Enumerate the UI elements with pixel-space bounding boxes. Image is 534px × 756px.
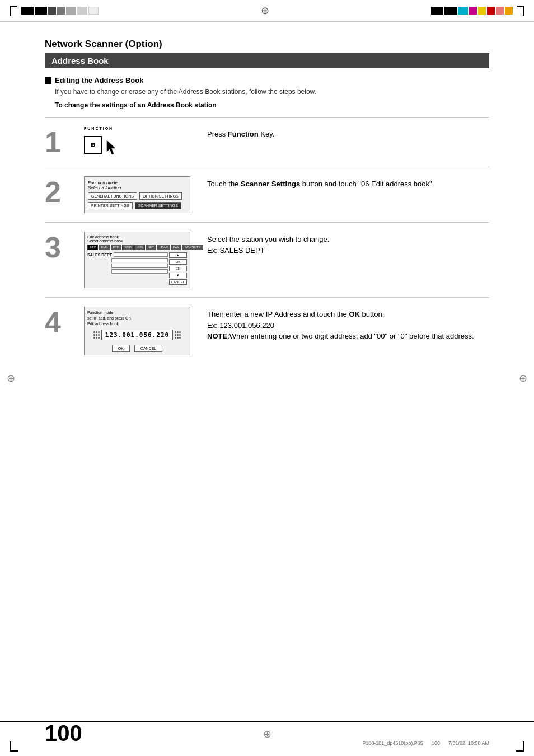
dot — [177, 337, 179, 339]
dot-row-2 — [93, 334, 100, 336]
color-block-7 — [88, 7, 99, 15]
step-4-note-label: NOTE — [207, 332, 227, 340]
dot — [179, 337, 181, 339]
color-block-r1 — [431, 7, 443, 15]
tab-smb: SMB — [122, 245, 134, 250]
ip-address-value: 123.001.056.220 — [101, 330, 173, 340]
tab-favorite: FAVORITE — [182, 245, 203, 250]
color-block-r8 — [505, 7, 513, 15]
left-crosshair: ⊕ — [7, 372, 15, 384]
step-1-number: 1 — [45, 126, 73, 157]
dot — [177, 334, 179, 336]
step-4-example: Ex: 123.001.056.220 — [207, 321, 274, 330]
color-block-r6 — [487, 7, 495, 15]
dot — [175, 334, 176, 336]
dot-row-3 — [93, 337, 100, 339]
color-blocks-left — [21, 7, 99, 15]
list-row-2 — [87, 258, 168, 262]
tab-eml: EML — [99, 245, 110, 250]
cursor-graphic — [104, 139, 121, 158]
step-3-number: 3 — [45, 232, 73, 262]
step-3-desc: Select the station you wish to change. E… — [207, 232, 489, 256]
top-left-decoration — [10, 6, 99, 16]
step-4-ok-bold: OK — [349, 310, 360, 318]
dot-row-r3 — [175, 337, 181, 339]
screen-2-buttons: GENERAL FUNCTIONS OPTION SETTINGS PRINTE… — [88, 192, 186, 209]
top-right-bracket — [517, 6, 524, 16]
dot-row-r1 — [175, 331, 181, 333]
color-blocks-right — [431, 7, 513, 15]
step-4-screen: Function mode set IP add. and press OK E… — [84, 307, 190, 355]
color-block-r7 — [496, 7, 504, 15]
scroll-down-btn: ▼ — [169, 273, 187, 278]
bottom-left-bracket — [10, 741, 18, 752]
step-1-image: FUNCTION ⊞ — [84, 126, 196, 158]
color-block-r2 — [444, 7, 457, 15]
step-2-image: Function modeSelect a function GENERAL F… — [84, 176, 196, 213]
right-crosshair: ⊕ — [519, 372, 527, 384]
side-buttons: ▲ OK ED ▼ CANCEL — [169, 252, 187, 285]
function-key-wrapper: FUNCTION ⊞ — [84, 126, 196, 158]
dot-row-r2 — [175, 334, 181, 336]
dot — [93, 337, 95, 339]
step-4-number: 4 — [45, 307, 73, 337]
bottom-crosshair: ⊕ — [263, 728, 271, 740]
color-block-r3 — [458, 7, 468, 15]
tab-nft: NFT — [146, 245, 157, 250]
color-block-r4 — [469, 7, 477, 15]
empty-bar-1 — [111, 258, 168, 262]
tab-fax2: FAX — [171, 245, 181, 250]
step-1-key-row: ⊞ — [84, 132, 121, 158]
list-area: SALES DEPT — [87, 252, 187, 285]
top-right-decoration — [431, 6, 524, 16]
step-2: 2 Function modeSelect a function GENERAL… — [45, 167, 489, 222]
scanner-settings-btn: SCANNER SETTINGS — [135, 202, 181, 209]
dot — [93, 331, 95, 333]
cancel-button-screen: CANCEL — [134, 345, 162, 352]
tab-fax: FAX — [87, 245, 98, 250]
step-3-image: Edit address bookSelect address book FAX… — [84, 232, 196, 288]
ip-buttons: OK CANCEL — [87, 345, 187, 352]
tab-ldap: LDAP — [157, 245, 170, 250]
color-block-3 — [48, 7, 56, 15]
list-row-4 — [87, 269, 168, 274]
cancel-side-btn: CANCEL — [169, 279, 187, 285]
dot — [96, 334, 97, 336]
dot-row-1 — [93, 331, 100, 333]
dot — [98, 334, 100, 336]
option-settings-btn: OPTION SETTINGS — [139, 192, 182, 200]
edit-screen-title: Edit address bookSelect address book — [87, 235, 187, 243]
empty-bar-3 — [111, 269, 168, 274]
tab-row: FAX EML FTP SMB IPFi NFT LDAP FAX FAVORI… — [87, 245, 187, 250]
dot — [179, 331, 181, 333]
dot — [96, 337, 97, 339]
change-settings-label: To change the settings of an Address Boo… — [55, 101, 489, 109]
step-4-desc: Then enter a new IP Address and touch th… — [207, 307, 489, 342]
editing-description: If you have to change or erase any of th… — [55, 88, 489, 96]
dot — [175, 331, 176, 333]
dot — [177, 331, 179, 333]
editing-title: Editing the Address Book — [55, 76, 143, 84]
step-3: 3 Edit address bookSelect address book F… — [45, 222, 489, 297]
dot — [96, 331, 97, 333]
color-block-5 — [66, 7, 76, 15]
sales-dept-bar — [114, 252, 168, 257]
ip-dots-left — [93, 331, 100, 339]
section-title: Network Scanner (Option) — [45, 39, 489, 50]
tab-ipfi: IPFi — [134, 245, 145, 250]
edit-side-btn: ED — [169, 266, 187, 271]
function-label: FUNCTION — [84, 126, 113, 130]
dot — [93, 334, 95, 336]
screen-2-title: Function modeSelect a function — [88, 180, 186, 190]
editing-heading: Editing the Address Book — [45, 76, 489, 84]
step-1: 1 FUNCTION ⊞ Press Function Key. — [45, 117, 489, 167]
address-book-header: Address Book — [45, 53, 489, 68]
key-inner-label: ⊞ — [91, 142, 95, 148]
step-3-example: Ex: SALES DEPT — [207, 246, 265, 255]
ip-dots-right — [175, 331, 181, 339]
ip-field: 123.001.056.220 — [87, 330, 187, 340]
list-items: SALES DEPT — [87, 252, 168, 275]
general-functions-btn: GENERAL FUNCTIONS — [88, 192, 137, 200]
empty-bar-2 — [111, 264, 168, 268]
sales-dept-label: SALES DEPT — [87, 253, 112, 257]
